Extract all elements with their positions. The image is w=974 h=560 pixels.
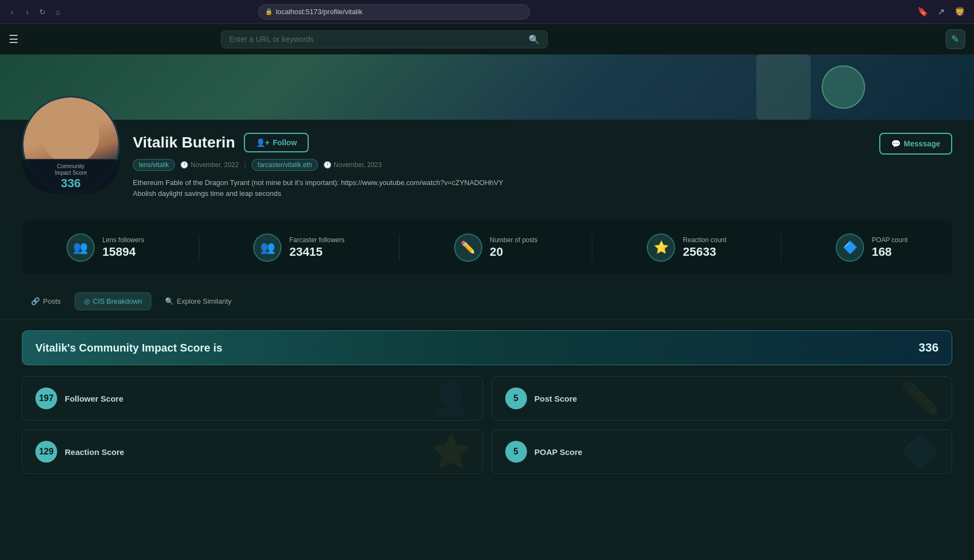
poap-label: POAP count	[872, 236, 908, 244]
cis-banner: Vitalik's Community Impact Score is 336	[22, 330, 952, 365]
compose-button[interactable]: ✎	[946, 29, 965, 49]
farcaster-followers-label: Farcaster followers	[289, 236, 344, 244]
search-input[interactable]	[229, 35, 524, 44]
stat-lens-followers: 👥 Lens followers 15894	[66, 233, 144, 262]
post-score-bg-icon: ✏️	[900, 382, 941, 415]
tab-posts[interactable]: 🔗 Posts	[22, 292, 70, 310]
profile-name: Vitalik Buterin	[133, 134, 235, 151]
profile-section: Community Impact Score 336 Vitalik Buter…	[0, 120, 974, 212]
banner-decorations	[0, 54, 974, 120]
follower-score-label: Follower Score	[65, 394, 124, 403]
poap-value: 168	[872, 245, 908, 259]
hamburger-menu-button[interactable]: ☰	[9, 33, 19, 46]
poap-score-card: 5 POAP Score 🔷	[492, 429, 953, 474]
message-label: Messsage	[904, 139, 940, 148]
stat-posts: ✏️ Number of posts 20	[454, 233, 538, 262]
farcaster-followers-value: 23415	[289, 245, 344, 259]
top-search-bar: ☰ 🔍 ✎	[0, 24, 974, 54]
stat-divider-3	[592, 234, 592, 261]
posts-text: Number of posts 20	[490, 236, 538, 259]
reactions-value: 25633	[683, 245, 726, 259]
back-button[interactable]: ‹	[7, 7, 17, 17]
message-icon: 💬	[891, 139, 901, 148]
browser-bar: ‹ › ↻ ⌂ 🔒 localhost:5173/profile/vitalik…	[0, 0, 974, 24]
stat-reactions: ⭐ Reaction count 25633	[647, 233, 726, 262]
farcaster-followers-text: Farcaster followers 23415	[289, 236, 344, 259]
reactions-label: Reaction count	[683, 236, 726, 244]
url-text: localhost:5173/profile/vitalik	[276, 8, 363, 16]
reaction-score-bg-icon: ⭐	[431, 435, 471, 468]
poap-text: POAP count 168	[872, 236, 908, 259]
reload-button[interactable]: ↻	[37, 7, 48, 17]
url-bar[interactable]: 🔒 localhost:5173/profile/vitalik	[258, 4, 530, 20]
follow-label: Follow	[273, 138, 297, 147]
follow-icon: 👤+	[256, 138, 269, 147]
poap-score-label: POAP Score	[535, 447, 583, 457]
post-score-card: 5 Post Score ✏️	[492, 376, 953, 421]
profile-name-row: Vitalik Buterin 👤+ Follow	[133, 133, 952, 152]
reactions-text: Reaction count 25633	[683, 236, 726, 259]
stat-divider-1	[199, 234, 199, 261]
lens-followers-text: Lens followers 15894	[102, 236, 144, 259]
browser-actions: 🔖 ↗ 🦁	[915, 4, 967, 20]
stats-section: 👥 Lens followers 15894 👥 Farcaster follo…	[0, 212, 974, 284]
stat-poap: 🔷 POAP count 168	[836, 233, 908, 262]
forward-button[interactable]: ›	[22, 7, 33, 17]
poap-icon: 🔷	[836, 233, 864, 262]
cis-label-line1: Community	[27, 163, 114, 170]
tabs-section: 🔗 Posts ◎ CIS Breakdown 🔍 Explore Simila…	[0, 284, 974, 319]
tab-explore-similarity[interactable]: 🔍 Explore Similarity	[156, 292, 241, 310]
profile-banner	[0, 54, 974, 120]
follow-button[interactable]: 👤+ Follow	[244, 133, 309, 152]
poap-score-bg-icon: 🔷	[900, 435, 941, 468]
banner-character	[756, 54, 811, 120]
follower-score-bg-icon: 👤	[431, 382, 471, 415]
farcaster-handle-badge: farcaster/vitalik.eth	[252, 159, 318, 171]
poap-score-badge: 5	[505, 441, 527, 463]
message-button[interactable]: 💬 Messsage	[879, 133, 952, 155]
farcaster-join-date: 🕐 November, 2023	[323, 161, 382, 169]
brave-button[interactable]: 🦁	[952, 4, 967, 20]
profile-handles: lens/vitalik 🕐 November, 2022 | farcaste…	[133, 159, 952, 171]
search-container: 🔍	[221, 30, 548, 48]
reaction-score-card: 129 Reaction Score ⭐	[22, 429, 483, 474]
reaction-score-badge: 129	[35, 441, 57, 463]
reactions-icon: ⭐	[647, 233, 675, 262]
cis-banner-text: Vitalik's Community Impact Score is	[35, 342, 222, 354]
avatar-container: Community Impact Score 336	[22, 96, 120, 194]
follower-score-badge: 197	[35, 387, 57, 409]
explore-tab-label: Explore Similarity	[177, 297, 231, 305]
clock-icon-2: 🕐	[323, 161, 332, 169]
search-icon-button[interactable]: 🔍	[529, 34, 540, 45]
cis-tab-label: CIS Breakdown	[93, 297, 142, 305]
posts-tab-icon: 🔗	[31, 297, 40, 305]
stat-divider-2	[399, 234, 400, 261]
posts-value: 20	[490, 245, 538, 259]
banner-circle	[822, 65, 865, 109]
score-grid: 197 Follower Score 👤 5 Post Score ✏️ 129…	[22, 376, 952, 474]
reaction-score-label: Reaction Score	[65, 447, 124, 457]
stat-divider-4	[781, 234, 781, 261]
cis-tab-icon: ◎	[84, 297, 90, 305]
lens-followers-value: 15894	[102, 245, 144, 259]
profile-info: Vitalik Buterin 👤+ Follow lens/vitalik 🕐…	[133, 128, 952, 199]
handle-separator: |	[244, 161, 246, 169]
lens-followers-icon: 👥	[66, 233, 95, 262]
posts-icon: ✏️	[454, 233, 482, 262]
cis-banner-score: 336	[918, 341, 939, 355]
cis-badge: Community Impact Score 336	[22, 160, 120, 194]
lens-handle-badge: lens/vitalik	[133, 159, 175, 171]
post-score-label: Post Score	[535, 394, 577, 403]
lens-followers-label: Lens followers	[102, 236, 144, 244]
tab-cis-breakdown[interactable]: ◎ CIS Breakdown	[75, 292, 151, 310]
share-button[interactable]: ↗	[934, 4, 949, 20]
farcaster-followers-icon: 👥	[253, 233, 281, 262]
follower-score-card: 197 Follower Score 👤	[22, 376, 483, 421]
lens-join-date: 🕐 November, 2022	[180, 161, 238, 169]
main-content: Vitalik's Community Impact Score is 336 …	[0, 319, 974, 485]
home-button[interactable]: ⌂	[52, 7, 63, 17]
cis-score: 336	[27, 176, 114, 190]
post-score-badge: 5	[505, 387, 527, 409]
bookmark-button[interactable]: 🔖	[915, 4, 930, 20]
posts-label: Number of posts	[490, 236, 538, 244]
